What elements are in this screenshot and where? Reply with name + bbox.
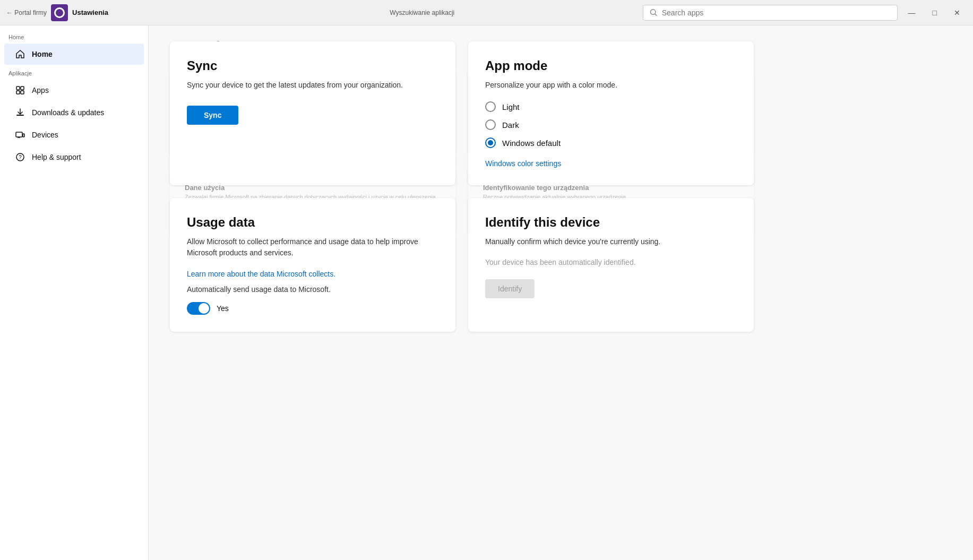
app-title: Ustawienia	[72, 8, 108, 16]
svg-text:?: ?	[19, 154, 22, 160]
help-label: Help & support	[32, 153, 81, 161]
app-mode-card: App mode Personalize your app with a col…	[468, 41, 754, 185]
app-icon-circle	[54, 7, 65, 18]
radio-circle-windows-default	[485, 137, 496, 148]
auto-send-label: Automatically send usage data to Microso…	[187, 285, 438, 294]
svg-rect-7	[16, 132, 22, 137]
sidebar-item-downloads[interactable]: Downloads & updates	[4, 102, 144, 123]
identify-title: Identify this device	[485, 215, 737, 230]
sync-description: Sync your device to get the latest updat…	[187, 80, 438, 91]
sidebar-apps-header: Aplikacje	[0, 66, 148, 79]
sidebar-item-apps[interactable]: Apps	[4, 80, 144, 101]
radio-dark[interactable]: Dark	[485, 119, 737, 130]
help-icon: ?	[15, 152, 25, 162]
search-icon	[650, 8, 658, 17]
svg-rect-4	[16, 91, 20, 94]
learn-more-link[interactable]: Learn more about the data Microsoft coll…	[187, 270, 335, 278]
radio-dot-windows-default	[488, 140, 493, 145]
radio-label-windows-default: Windows default	[502, 139, 561, 148]
app-mode-radio-group: Light Dark Windows default	[485, 101, 737, 148]
identify-button[interactable]: Identify	[485, 279, 535, 298]
content-area: Settings Synchronizuj urządzenie, aby uz…	[149, 25, 973, 560]
app-icon	[51, 4, 68, 21]
devices-label: Devices	[32, 131, 58, 139]
svg-rect-3	[21, 87, 24, 90]
svg-rect-8	[23, 134, 24, 137]
sidebar-item-home[interactable]: Home	[4, 44, 144, 65]
sidebar-home-header: Home	[0, 30, 148, 42]
toggle-knob	[199, 303, 209, 314]
radio-circle-dark	[485, 119, 496, 130]
downloads-icon	[15, 107, 25, 118]
search-box[interactable]	[643, 5, 898, 21]
home-label: Home	[32, 50, 53, 58]
radio-label-light: Light	[502, 102, 520, 111]
sync-title: Sync	[187, 58, 438, 73]
downloads-label: Downloads & updates	[32, 108, 104, 117]
windows-color-settings-link[interactable]: Windows color settings	[485, 159, 561, 168]
titlebar: ← Portal firmy Ustawienia Wyszukiwanie a…	[0, 0, 973, 25]
back-button[interactable]: ← Portal firmy	[6, 9, 47, 16]
titlebar-center: Wyszukiwanie aplikacji	[202, 9, 643, 16]
radio-light[interactable]: Light	[485, 101, 737, 112]
svg-rect-2	[16, 87, 20, 90]
usage-description: Allow Microsoft to collect performance a…	[187, 236, 438, 259]
auto-identified-text: Your device has been automatically ident…	[485, 258, 737, 266]
usage-data-card: Usage data Allow Microsoft to collect pe…	[170, 198, 455, 332]
svg-rect-5	[21, 91, 24, 94]
usage-title: Usage data	[187, 215, 438, 230]
sidebar-item-help[interactable]: ? Help & support	[4, 147, 144, 168]
maximize-button[interactable]: □	[926, 4, 943, 21]
devices-icon	[15, 130, 25, 140]
toggle-row: Yes	[187, 302, 438, 315]
apps-label: Apps	[32, 86, 49, 94]
radio-circle-light	[485, 101, 496, 112]
search-input[interactable]	[662, 8, 891, 17]
app-mode-title: App mode	[485, 58, 737, 73]
sync-button[interactable]: Sync	[187, 106, 238, 125]
home-icon	[15, 49, 25, 59]
radio-windows-default[interactable]: Windows default	[485, 137, 737, 148]
titlebar-right: — □ ✕	[643, 4, 973, 21]
titlebar-left: ← Portal firmy Ustawienia	[0, 4, 202, 21]
svg-rect-6	[16, 115, 24, 116]
identify-card: Identify this device Manually confirm wh…	[468, 198, 754, 332]
sync-card: Sync Sync your device to get the latest …	[170, 41, 455, 185]
apps-icon	[15, 85, 25, 96]
minimize-button[interactable]: —	[902, 4, 922, 21]
sidebar: Home Home Aplikacje Apps	[0, 25, 149, 560]
settings-grid: Sync Sync your device to get the latest …	[170, 41, 754, 332]
identify-description: Manually confirm which device you're cur…	[485, 236, 737, 247]
svg-line-1	[655, 14, 656, 15]
usage-toggle[interactable]	[187, 302, 210, 315]
toggle-label: Yes	[217, 304, 229, 313]
svg-point-0	[650, 9, 655, 14]
sidebar-item-devices[interactable]: Devices	[4, 124, 144, 145]
app-mode-description: Personalize your app with a color mode.	[485, 80, 737, 91]
main-layout: Home Home Aplikacje Apps	[0, 25, 973, 560]
tab-label: Wyszukiwanie aplikacji	[390, 9, 454, 16]
settings-content: Sync Sync your device to get the latest …	[149, 25, 973, 348]
close-button[interactable]: ✕	[948, 4, 967, 21]
radio-label-dark: Dark	[502, 120, 519, 130]
